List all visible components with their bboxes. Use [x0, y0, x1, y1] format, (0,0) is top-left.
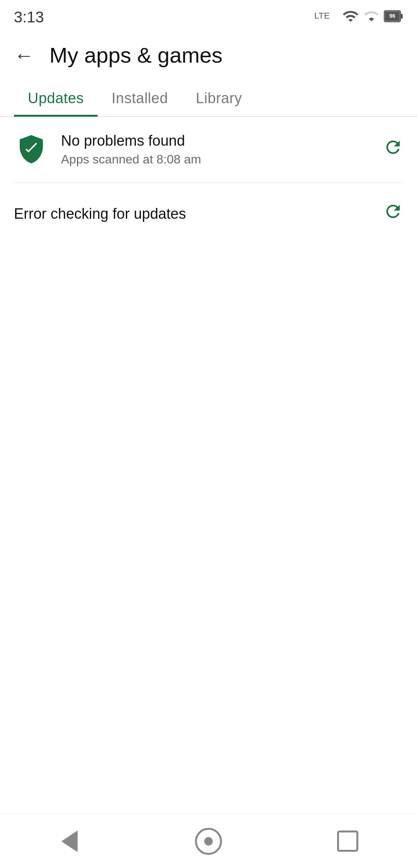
security-row: No problems found Apps scanned at 8:08 a… [0, 117, 417, 182]
nav-recents-icon [337, 831, 358, 852]
security-subtitle: Apps scanned at 8:08 am [61, 152, 371, 167]
status-icons: LTE 96 [314, 8, 403, 26]
security-refresh-button[interactable] [383, 137, 403, 162]
nav-back-button[interactable] [50, 822, 89, 861]
nav-back-icon [61, 831, 78, 852]
shield-icon [14, 132, 49, 167]
nav-home-button[interactable] [189, 822, 228, 861]
signal-icon [364, 8, 379, 26]
security-title: No problems found [61, 133, 371, 149]
wifi-icon [342, 8, 359, 26]
status-bar: 3:13 LTE 96 [0, 0, 417, 31]
content-area: No problems found Apps scanned at 8:08 a… [0, 117, 417, 245]
header: ← My apps & games [0, 31, 417, 79]
lte-icon: LTE [314, 9, 337, 26]
page-title: My apps & games [49, 43, 222, 68]
svg-text:96: 96 [389, 13, 395, 19]
security-info: No problems found Apps scanned at 8:08 a… [61, 133, 371, 167]
navigation-bar [0, 814, 417, 868]
svg-rect-2 [400, 14, 403, 19]
tab-bar: Updates Installed Library [0, 79, 417, 117]
error-refresh-button[interactable] [383, 201, 403, 226]
battery-icon: 96 [384, 9, 403, 25]
svg-text:LTE: LTE [314, 10, 330, 20]
error-message: Error checking for updates [14, 206, 186, 222]
back-button[interactable]: ← [14, 45, 34, 65]
nav-recents-button[interactable] [328, 822, 367, 861]
tab-installed[interactable]: Installed [98, 79, 182, 116]
status-time: 3:13 [14, 9, 44, 26]
nav-home-icon [195, 828, 222, 855]
tab-library[interactable]: Library [182, 79, 256, 116]
error-row: Error checking for updates [0, 183, 417, 245]
tab-updates[interactable]: Updates [14, 79, 98, 116]
